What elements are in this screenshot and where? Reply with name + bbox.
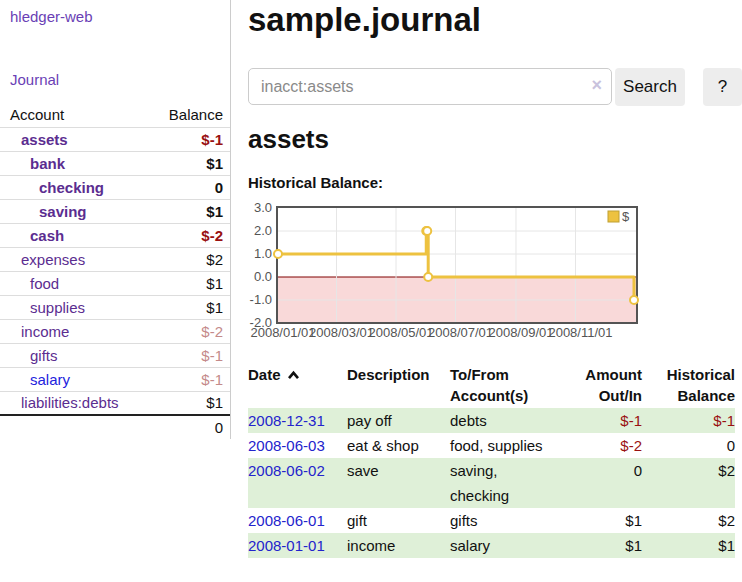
svg-text:-1.0: -1.0: [250, 292, 272, 307]
sidebar-account-link[interactable]: food: [30, 275, 59, 292]
sidebar-account-link[interactable]: expenses: [21, 251, 85, 268]
transaction-amount: $-2: [556, 433, 642, 458]
transaction-amount: $1: [556, 533, 642, 558]
svg-text:0.0: 0.0: [254, 269, 272, 284]
account-balance: $-2: [152, 319, 230, 343]
register-row: 2008-12-31pay offdebts$-1$-1: [248, 408, 735, 433]
help-button[interactable]: ?: [703, 68, 742, 106]
account-row: supplies$1: [0, 295, 230, 319]
transaction-balance: 0: [642, 433, 735, 458]
transaction-amount: 0: [556, 458, 642, 508]
transaction-date-link[interactable]: 2008-06-01: [248, 512, 325, 529]
transaction-description: income: [347, 533, 450, 558]
account-balance: $-2: [152, 223, 230, 247]
transaction-description: gift: [347, 508, 450, 533]
svg-text:2008/03/01: 2008/03/01: [309, 325, 374, 340]
register-row: 2008-06-02savesaving, checking0$2: [248, 458, 735, 508]
account-balance: $1: [152, 295, 230, 319]
accounts-col-account: Account: [0, 103, 152, 127]
transaction-accounts: debts: [450, 408, 556, 433]
transaction-date-link[interactable]: 2008-06-03: [248, 437, 325, 454]
chart-title: Historical Balance:: [248, 174, 742, 192]
register-col-date[interactable]: Date: [248, 364, 347, 408]
account-balance: $1: [152, 271, 230, 295]
sidebar-account-link[interactable]: saving: [39, 203, 87, 220]
register-col-amount: Amount Out/In: [556, 364, 642, 408]
sidebar-account-link[interactable]: bank: [30, 155, 65, 172]
transaction-amount: $-1: [556, 408, 642, 433]
clear-search-icon[interactable]: ×: [591, 75, 602, 96]
account-row: cash$-2: [0, 223, 230, 247]
transaction-accounts: gifts: [450, 508, 556, 533]
transaction-balance: $2: [642, 458, 735, 508]
transaction-balance: $2: [642, 508, 735, 533]
svg-text:2.0: 2.0: [254, 223, 272, 238]
account-row: assets$-1: [0, 127, 230, 151]
transaction-description: pay off: [347, 408, 450, 433]
account-heading: assets: [248, 124, 742, 154]
transaction-amount: $1: [556, 508, 642, 533]
page-title: sample.journal: [248, 1, 742, 39]
svg-text:2008/11/01: 2008/11/01: [548, 325, 612, 340]
account-balance: $-1: [152, 343, 230, 367]
accounts-total-value: 0: [152, 415, 230, 439]
svg-text:2008/07/01: 2008/07/01: [428, 325, 493, 340]
search-button[interactable]: Search: [615, 68, 685, 106]
account-row: bank$1: [0, 151, 230, 175]
account-row: liabilities:debts$1: [0, 391, 230, 415]
register-col-description: Description: [347, 364, 450, 408]
sidebar: hledger-web Journal Account Balance asse…: [0, 0, 231, 439]
transaction-accounts: saving, checking: [450, 458, 556, 508]
main-content: sample.journal × Search ? assets Histori…: [231, 0, 742, 558]
transaction-accounts: food, supplies: [450, 433, 556, 458]
svg-text:2008/01/01: 2008/01/01: [250, 325, 315, 340]
sidebar-account-link[interactable]: liabilities:debts: [21, 394, 119, 411]
account-row: checking0: [0, 175, 230, 199]
svg-text:2008/09/01: 2008/09/01: [488, 325, 553, 340]
account-row: food$1: [0, 271, 230, 295]
svg-text:3.0: 3.0: [254, 202, 272, 215]
transaction-description: save: [347, 458, 450, 508]
register-col-accounts: To/From Account(s): [450, 364, 556, 408]
transaction-date-link[interactable]: 2008-12-31: [248, 412, 325, 429]
account-balance: $1: [152, 391, 230, 415]
accounts-col-balance: Balance: [152, 103, 230, 127]
search-input[interactable]: [248, 68, 612, 105]
balance-chart: $3.02.01.00.0-1.0-2.02008/01/012008/03/0…: [248, 202, 648, 350]
sidebar-account-link[interactable]: gifts: [30, 347, 58, 364]
account-row: gifts$-1: [0, 343, 230, 367]
accounts-table: Account Balance assets$-1bank$1checking0…: [0, 103, 230, 439]
svg-text:2008/05/01: 2008/05/01: [368, 325, 433, 340]
search-form: × Search ?: [248, 68, 742, 106]
account-row: income$-2: [0, 319, 230, 343]
transaction-accounts: salary: [450, 533, 556, 558]
brand-link[interactable]: hledger-web: [10, 8, 230, 25]
account-balance: $1: [152, 151, 230, 175]
sidebar-account-link[interactable]: assets: [21, 131, 68, 148]
register-header-row: Date Description To/From Account(s) Amou…: [248, 364, 735, 408]
transaction-balance: $-1: [642, 408, 735, 433]
sidebar-account-link[interactable]: salary: [30, 371, 70, 388]
accounts-header-row: Account Balance: [0, 103, 230, 127]
sidebar-item-journal[interactable]: Journal: [10, 71, 230, 88]
chart-legend: $: [608, 209, 630, 224]
account-row: salary$-1: [0, 367, 230, 391]
register-row: 2008-01-01incomesalary$1$1: [248, 533, 735, 558]
app: hledger-web Journal Account Balance asse…: [0, 0, 742, 558]
transaction-date-link[interactable]: 2008-06-02: [248, 462, 325, 479]
register-col-balance: Historical Balance: [642, 364, 735, 408]
register-table: Date Description To/From Account(s) Amou…: [248, 364, 735, 558]
account-balance: $-1: [152, 127, 230, 151]
svg-text:1.0: 1.0: [254, 246, 272, 261]
account-balance: $1: [152, 199, 230, 223]
account-row: expenses$2: [0, 247, 230, 271]
register-row: 2008-06-03eat & shopfood, supplies$-20: [248, 433, 735, 458]
sidebar-account-link[interactable]: cash: [30, 227, 64, 244]
transaction-date-link[interactable]: 2008-01-01: [248, 537, 325, 554]
sidebar-account-link[interactable]: supplies: [30, 299, 85, 316]
svg-text:$: $: [622, 209, 630, 224]
account-balance: $2: [152, 247, 230, 271]
sidebar-account-link[interactable]: checking: [39, 179, 104, 196]
sidebar-account-link[interactable]: income: [21, 323, 69, 340]
account-balance: 0: [152, 175, 230, 199]
